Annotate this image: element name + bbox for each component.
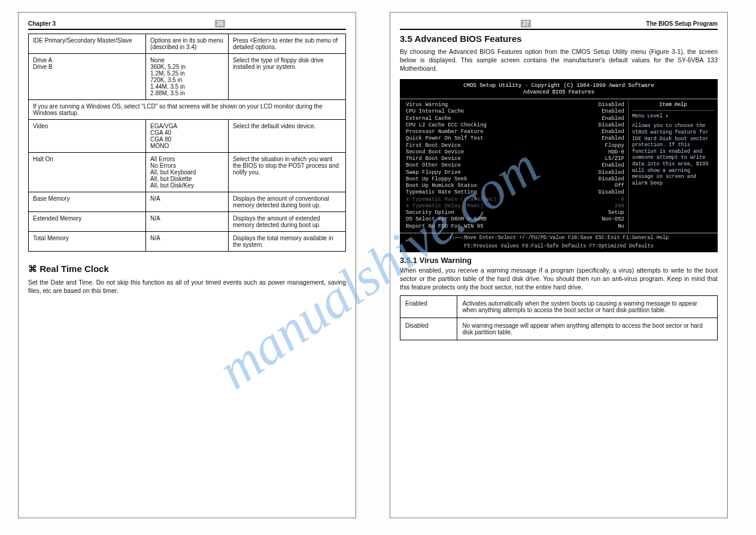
table-cell-label: IDE Primary/Secondary Master/Slave — [29, 34, 146, 54]
bios-item-name: External Cache — [406, 116, 456, 122]
bios-item-value: Disabled — [599, 176, 624, 183]
bios-item-value: 6 — [621, 197, 624, 203]
bios-item-row[interactable]: Quick Power On Self TestEnabled — [406, 135, 624, 142]
table-cell-value: Options are in its sub menu (described i… — [146, 34, 229, 54]
bios-item-name: Quick Power On Self Test — [406, 135, 488, 142]
bios-intro: By choosing the Advanced BIOS Features o… — [400, 47, 718, 73]
bios-item-row[interactable]: x Typematic Rate (Chars/Sec)6 — [406, 197, 624, 203]
table-cell-value: All Errors No Errors All, but Keyboard A… — [146, 153, 229, 192]
bios-item-value: Setup — [608, 210, 624, 216]
bios-item-name: Typematic Rate Setting — [406, 189, 482, 196]
bios-item-name: OS Select For DRAM > 64MB — [406, 216, 491, 223]
table-cell-label: Total Memory — [29, 232, 146, 252]
table-row: If you are running a Windows OS, select … — [29, 100, 346, 120]
table-row: DisabledNo warning message will appear w… — [400, 318, 718, 340]
bios-item-value: Disabled — [599, 170, 624, 176]
table-cell-label: Halt On — [29, 153, 146, 192]
bios-item-row[interactable]: Report No FDD For WIN 95No — [406, 223, 624, 230]
bios-item-row[interactable]: Typematic Rate SettingDisabled — [406, 189, 624, 196]
table-cell-value: N/A — [146, 212, 229, 232]
bios-item-name: CPU L2 Cache ECC Checking — [406, 122, 491, 129]
bios-item-value: Floppy — [605, 143, 624, 149]
page-spread: Chapter 3 36 IDE Primary/Secondary Maste… — [0, 0, 756, 530]
bios-item-row[interactable]: OS Select For DRAM > 64MBNon-OS2 — [406, 216, 624, 223]
header-pagenum-right: 37 — [521, 20, 531, 28]
bios-item-row[interactable]: Virus WarningDisabled — [406, 102, 624, 108]
header-chapter: Chapter 3 — [28, 20, 56, 27]
bios-item-value: Enabled — [602, 135, 624, 142]
table-cell-desc: Press <Enter> to enter the sub menu of d… — [228, 34, 345, 54]
table-row: Drive A Drive BNone 360K, 5.25 in 1.2M, … — [29, 54, 346, 100]
option-desc: No warning message will appear when anyt… — [457, 318, 718, 340]
virus-warning-heading: 3.5.1 Virus Warning — [400, 256, 718, 265]
header-title-right: The BIOS Setup Program — [646, 20, 718, 27]
bios-help-panel: Item Help Menu Level ▸ Allows you to cho… — [628, 99, 718, 232]
rtc-body: Set the Date and Time. Do not skip this … — [28, 278, 346, 295]
table-cell-value: EGA/VGA CGA 40 CGA 80 MONO — [146, 120, 229, 153]
table-cell-desc: Displays the total memory available in t… — [228, 232, 345, 252]
bios-foot-2: F5:Previous Values F6:Fail-Safe Defaults… — [400, 242, 718, 251]
table-row: IDE Primary/Secondary Master/SlaveOption… — [29, 34, 346, 54]
bios-title-1: CMOS Setup Utility - Copyright (C) 1984-… — [400, 83, 718, 89]
table-row: EnabledActivates automatically when the … — [400, 295, 718, 318]
virus-warning-text: When enabled, you receive a warning mess… — [400, 266, 718, 292]
bios-item-list: Virus WarningDisabledCPU Internal CacheE… — [400, 99, 628, 232]
bios-item-name: Third Boot Device — [406, 156, 466, 162]
bios-item-name: Boot Up Floppy Seek — [406, 176, 472, 183]
bios-item-row[interactable]: x Typematic Delay (Msec)250 — [406, 203, 624, 210]
table-cell-label: Base Memory — [29, 192, 146, 212]
bios-item-row[interactable]: External CacheEnabled — [406, 116, 624, 122]
table-row: Halt OnAll Errors No Errors All, but Key… — [29, 153, 346, 192]
table-row: Total MemoryN/ADisplays the total memory… — [29, 232, 346, 252]
bios-item-value: Off — [615, 183, 624, 189]
bios-item-row[interactable]: Second Boot DeviceHDD-0 — [406, 149, 624, 156]
bios-item-row[interactable]: Swap Floppy DriveDisabled — [406, 170, 624, 176]
bios-item-row[interactable]: Security OptionSetup — [406, 210, 624, 216]
bios-item-name: Boot Other Device — [406, 162, 466, 169]
bios-help-menu-level: Menu Level ▸ — [632, 113, 714, 120]
bios-item-value: Enabled — [602, 108, 624, 115]
bios-item-row[interactable]: Boot Other DeviceEnabled — [406, 162, 624, 169]
bios-item-name: x Typematic Delay (Msec) — [406, 203, 488, 210]
bios-item-row[interactable]: CPU Internal CacheEnabled — [406, 108, 624, 115]
bios-item-name: Security Option — [406, 210, 459, 216]
page-header-left: Chapter 3 36 — [28, 20, 346, 30]
page-left: Chapter 3 36 IDE Primary/Secondary Maste… — [18, 12, 356, 518]
bios-item-value: 250 — [615, 203, 624, 210]
bios-item-value: LS/ZIP — [605, 156, 624, 162]
bios-item-row[interactable]: Boot Up Floppy SeekDisabled — [406, 176, 624, 183]
bios-item-value: No — [618, 223, 624, 230]
bios-item-row[interactable]: CPU L2 Cache ECC CheckingDisabled — [406, 122, 624, 129]
bios-foot-1: ↑↓←→:Move Enter:Select +/-/PU/PD:Value F… — [400, 234, 718, 243]
bios-item-name: Virus Warning — [406, 102, 453, 108]
bios-item-name: First Boot Device — [406, 143, 466, 149]
bios-body: Virus WarningDisabledCPU Internal CacheE… — [400, 98, 718, 234]
bios-item-row[interactable]: Third Boot DeviceLS/ZIP — [406, 156, 624, 162]
bios-item-value: Enabled — [602, 129, 624, 135]
bios-title-2: Advanced BIOS Features — [400, 89, 718, 96]
bios-item-name: Swap Floppy Drive — [406, 170, 466, 176]
page-header-right: 37 The BIOS Setup Program — [400, 20, 718, 30]
bios-item-value: Enabled — [602, 162, 624, 169]
hw-spec-table: IDE Primary/Secondary Master/SlaveOption… — [28, 34, 346, 252]
table-cell-desc: Select the default video device. — [228, 120, 345, 153]
bios-item-name: Processor Number Feature — [406, 129, 488, 135]
option-desc: Activates automatically when the system … — [457, 295, 718, 318]
bios-item-row[interactable]: Processor Number FeatureEnabled — [406, 129, 624, 135]
header-pagenum-left: 36 — [215, 20, 225, 28]
bios-item-row[interactable]: Boot Up NumLock StatusOff — [406, 183, 624, 189]
bios-heading: 3.5 Advanced BIOS Features — [400, 34, 718, 44]
bios-item-value: Disabled — [599, 102, 624, 108]
option-name: Enabled — [400, 295, 457, 318]
table-cell-value: N/A — [146, 232, 229, 252]
bios-item-value: HDD-0 — [608, 149, 624, 156]
table-row: Base MemoryN/ADisplays the amount of con… — [29, 192, 346, 212]
table-cell-label: Drive A Drive B — [29, 54, 146, 100]
bios-item-value: Disabled — [599, 122, 624, 129]
bios-item-row[interactable]: First Boot DeviceFloppy — [406, 143, 624, 149]
bios-item-value: Disabled — [599, 189, 624, 196]
bios-item-name: Boot Up NumLock Status — [406, 183, 482, 189]
table-cell-span: If you are running a Windows OS, select … — [29, 100, 346, 120]
bios-item-value: Non-OS2 — [602, 216, 624, 223]
bios-screenshot: CMOS Setup Utility - Copyright (C) 1984-… — [400, 79, 718, 253]
